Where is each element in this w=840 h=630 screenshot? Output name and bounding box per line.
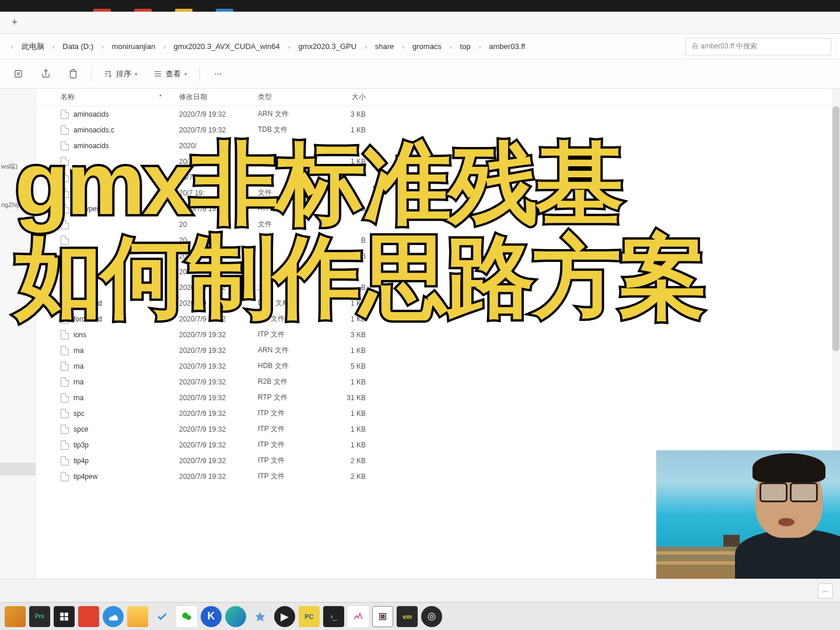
cut-button[interactable] <box>9 65 27 83</box>
file-date: 2020/7/9 19:32 <box>179 346 258 355</box>
breadcrumb[interactable]: gmx2020.3_GPU <box>297 40 358 53</box>
file-size: 3 KB <box>325 331 377 339</box>
breadcrumb[interactable]: moniruanjian <box>111 40 156 53</box>
table-row[interactable]: 20B <box>36 248 840 264</box>
taskbar-media-player[interactable]: ▶ <box>274 606 295 627</box>
pinned-app-3[interactable] <box>175 9 192 12</box>
file-type: ITP 文件 <box>258 471 325 481</box>
delete-button[interactable] <box>64 65 82 83</box>
taskbar-edge[interactable] <box>225 606 246 627</box>
column-type[interactable]: 类型 <box>258 92 325 102</box>
taskbar-desktop[interactable] <box>54 606 75 627</box>
file-size: 31 KB <box>325 394 377 402</box>
scrollbar-thumb[interactable] <box>832 106 839 351</box>
table-row[interactable]: 20B <box>36 232 840 248</box>
table-row[interactable]: rna2020/7/9 19:32ARN 文件1 KB <box>36 342 840 358</box>
file-date: 2020/7/9 19:32 <box>179 299 258 307</box>
taskbar-box-app[interactable] <box>372 606 393 627</box>
table-row[interactable]: 2020/7/9 19:32文件B <box>36 279 840 295</box>
breadcrumb[interactable]: top <box>459 40 472 53</box>
breadcrumb[interactable]: gromacs <box>411 40 443 53</box>
file-type: ITP 文件 <box>258 314 325 324</box>
taskbar-wechat[interactable] <box>176 606 197 627</box>
taskbar-onedrive[interactable] <box>250 606 271 627</box>
taskbar-file-explorer[interactable] <box>127 606 148 627</box>
breadcrumb[interactable]: amber03.ff <box>488 40 526 53</box>
breadcrumb[interactable]: share <box>374 40 396 53</box>
taskbar-graph-app[interactable] <box>348 606 369 627</box>
tab-strip: + <box>0 12 840 34</box>
file-size: 1 KB <box>325 158 377 166</box>
column-size[interactable]: 大小 <box>325 92 377 102</box>
sort-dropdown[interactable]: 排序 ▾ <box>100 66 141 82</box>
table-row[interactable]: ions2020/7/9 19:32ITP 文件3 KB <box>36 327 840 342</box>
table-row[interactable]: 20/7 19:文件 <box>36 185 840 201</box>
sort-label: 排序 <box>116 69 131 79</box>
file-name: rna <box>74 362 83 370</box>
breadcrumb[interactable]: gmx2020.3_AVX_CUDA_win64 <box>173 40 281 53</box>
svg-rect-1 <box>60 612 64 616</box>
table-row[interactable]: forcefield2020/7/9 19:32DOC 文档1 KB <box>36 295 840 311</box>
chevron-down-icon: ▾ <box>184 71 187 77</box>
taskbar-terminal[interactable]: ›_ <box>323 606 344 627</box>
file-name: spce <box>74 425 88 433</box>
table-row[interactable]: 20/7 19:1 KB <box>36 153 840 169</box>
toolbar: 排序 ▾ 查看 ▾ ··· <box>0 60 840 89</box>
share-button[interactable] <box>36 65 55 83</box>
table-row[interactable]: forcefield2020/7/9 19:32ITP 文件1 KB <box>36 311 840 327</box>
view-dropdown[interactable]: 查看 ▾ <box>150 66 191 82</box>
breadcrumb[interactable]: Data (D:) <box>61 40 94 53</box>
table-row[interactable]: rna2020/7/9 19:32R2B 文件1 KB <box>36 374 840 390</box>
sidebar[interactable]: ws端) ngZhijI... <box>0 89 36 579</box>
file-type: ARN 文件 <box>258 109 325 119</box>
table-row[interactable]: 20/7 19: <box>36 169 840 185</box>
more-button[interactable]: ··· <box>209 65 228 83</box>
taskbar-vmware[interactable]: vm <box>397 606 418 627</box>
table-row[interactable]: omtypes2020/7/9 19:32ATP 文件4 KB <box>36 201 840 216</box>
sidebar-item[interactable]: ws端) <box>0 159 36 174</box>
pinned-app-4[interactable] <box>216 9 233 12</box>
table-row[interactable]: spc2020/7/9 19:32ITP 文件1 KB <box>36 405 840 421</box>
file-date: 20/7 19: <box>179 189 258 197</box>
table-row[interactable]: 20文件 <box>36 216 840 232</box>
pinned-app-2[interactable] <box>134 9 152 12</box>
taskbar-obs[interactable] <box>421 606 442 627</box>
sidebar-item[interactable]: ngZhijI... <box>0 198 36 212</box>
file-icon <box>61 236 69 245</box>
table-row[interactable]: rna2020/7/9 19:32RTP 文件31 KB <box>36 390 840 405</box>
expand-up-button[interactable]: ︿ <box>818 583 833 598</box>
file-type: DOC 文档 <box>258 298 325 308</box>
sidebar-selected[interactable] <box>0 463 36 475</box>
breadcrumb[interactable]: 此电脑 <box>20 39 46 54</box>
file-name: aminoacids <box>74 110 109 118</box>
column-date[interactable]: 修改日期 <box>179 92 258 102</box>
taskbar-red-app[interactable] <box>78 606 99 627</box>
taskbar-todo[interactable] <box>152 606 173 627</box>
table-row[interactable]: aminoacids2020/7/9 19:32ARN 文件3 KB <box>36 106 840 122</box>
table-row[interactable]: aminoacids2020/ <box>36 138 840 153</box>
file-name: aminoacids.c <box>74 126 114 134</box>
chevron-down-icon: ▾ <box>135 71 138 77</box>
file-name: tip4p <box>74 457 89 465</box>
taskbar-app-1[interactable] <box>5 606 26 627</box>
taskbar-audition[interactable]: Pre <box>29 606 50 627</box>
file-icon <box>61 330 69 340</box>
file-icon <box>61 157 69 166</box>
table-row[interactable]: aminoacids.c2020/7/9 19:32TDB 文件1 KB <box>36 122 840 138</box>
file-icon <box>61 220 69 229</box>
table-row[interactable]: spce2020/7/9 19:32ITP 文件1 KB <box>36 421 840 437</box>
file-name: forcefield <box>74 315 102 323</box>
taskbar-pycharm[interactable]: PC <box>299 606 320 627</box>
file-size: 3 KB <box>325 110 377 118</box>
table-row[interactable]: 20 <box>36 264 840 279</box>
taskbar-cloud[interactable] <box>103 606 124 627</box>
chevron-right-icon: › <box>161 43 168 50</box>
search-input[interactable]: 在 amber03.ff 中搜索 <box>685 38 831 55</box>
pinned-app-1[interactable] <box>93 9 111 12</box>
taskbar-kde[interactable]: K <box>201 606 222 627</box>
file-date: 20 <box>179 220 258 229</box>
column-name[interactable]: 名称▴ <box>36 92 179 102</box>
file-size: 5 KB <box>325 362 377 370</box>
table-row[interactable]: rna2020/7/9 19:32HDB 文件5 KB <box>36 358 840 374</box>
new-tab-button[interactable]: + <box>6 14 23 32</box>
